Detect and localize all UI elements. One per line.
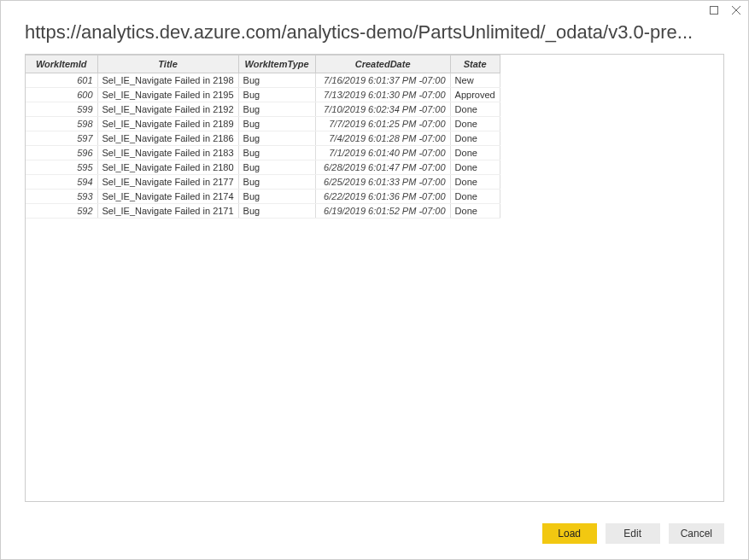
cell-state: Done <box>450 160 500 175</box>
cell-state: Done <box>450 102 500 117</box>
dialog-title-url: https://analytics.dev.azure.com/analytic… <box>1 20 748 54</box>
cell-workitemtype: Bug <box>238 190 315 204</box>
cell-createddate: 6/25/2019 6:01:33 PM -07:00 <box>315 175 450 190</box>
cell-workitemid: 592 <box>26 204 97 219</box>
edit-button[interactable]: Edit <box>606 523 660 544</box>
table-row[interactable]: 594Sel_IE_Navigate Failed in 2177Bug6/25… <box>26 175 500 190</box>
maximize-icon[interactable] <box>709 5 719 15</box>
data-preview-panel: WorkItemId Title WorkItemType CreatedDat… <box>25 54 724 502</box>
cancel-button[interactable]: Cancel <box>669 523 724 544</box>
cell-workitemtype: Bug <box>238 204 315 219</box>
column-header-createddate[interactable]: CreatedDate <box>315 55 450 73</box>
cell-workitemtype: Bug <box>238 160 315 175</box>
table-row[interactable]: 598Sel_IE_Navigate Failed in 2189Bug7/7/… <box>26 117 500 131</box>
cell-state: New <box>450 73 500 88</box>
table-row[interactable]: 596Sel_IE_Navigate Failed in 2183Bug7/1/… <box>26 146 500 160</box>
cell-createddate: 7/1/2019 6:01:40 PM -07:00 <box>315 146 450 160</box>
table-row[interactable]: 595Sel_IE_Navigate Failed in 2180Bug6/28… <box>26 160 500 175</box>
cell-title: Sel_IE_Navigate Failed in 2186 <box>97 131 238 146</box>
close-icon[interactable] <box>731 5 741 15</box>
dialog-footer: Load Edit Cancel <box>1 511 748 559</box>
cell-state: Done <box>450 175 500 190</box>
cell-state: Done <box>450 131 500 146</box>
cell-state: Done <box>450 204 500 219</box>
cell-state: Done <box>450 190 500 204</box>
cell-state: Done <box>450 146 500 160</box>
cell-state: Done <box>450 117 500 131</box>
cell-createddate: 7/16/2019 6:01:37 PM -07:00 <box>315 73 450 88</box>
cell-workitemtype: Bug <box>238 102 315 117</box>
cell-workitemid: 593 <box>26 190 97 204</box>
column-header-workitemid[interactable]: WorkItemId <box>26 55 97 73</box>
table-row[interactable]: 593Sel_IE_Navigate Failed in 2174Bug6/22… <box>26 190 500 204</box>
cell-title: Sel_IE_Navigate Failed in 2174 <box>97 190 238 204</box>
cell-title: Sel_IE_Navigate Failed in 2180 <box>97 160 238 175</box>
data-table: WorkItemId Title WorkItemType CreatedDat… <box>26 55 500 219</box>
table-row[interactable]: 592Sel_IE_Navigate Failed in 2171Bug6/19… <box>26 204 500 219</box>
table-header-row: WorkItemId Title WorkItemType CreatedDat… <box>26 55 500 73</box>
cell-workitemid: 595 <box>26 160 97 175</box>
cell-workitemid: 598 <box>26 117 97 131</box>
table-row[interactable]: 600Sel_IE_Navigate Failed in 2195Bug7/13… <box>26 88 500 102</box>
cell-workitemid: 597 <box>26 131 97 146</box>
cell-title: Sel_IE_Navigate Failed in 2171 <box>97 204 238 219</box>
column-header-state[interactable]: State <box>450 55 500 73</box>
svg-rect-0 <box>711 7 718 15</box>
load-button[interactable]: Load <box>542 523 597 544</box>
cell-workitemid: 599 <box>26 102 97 117</box>
cell-createddate: 6/28/2019 6:01:47 PM -07:00 <box>315 160 450 175</box>
column-header-title[interactable]: Title <box>97 55 238 73</box>
table-row[interactable]: 599Sel_IE_Navigate Failed in 2192Bug7/10… <box>26 102 500 117</box>
cell-createddate: 7/10/2019 6:02:34 PM -07:00 <box>315 102 450 117</box>
cell-title: Sel_IE_Navigate Failed in 2183 <box>97 146 238 160</box>
cell-createddate: 7/4/2019 6:01:28 PM -07:00 <box>315 131 450 146</box>
cell-createddate: 7/7/2019 6:01:25 PM -07:00 <box>315 117 450 131</box>
cell-workitemtype: Bug <box>238 73 315 88</box>
cell-workitemid: 596 <box>26 146 97 160</box>
cell-title: Sel_IE_Navigate Failed in 2177 <box>97 175 238 190</box>
cell-workitemtype: Bug <box>238 146 315 160</box>
cell-workitemtype: Bug <box>238 88 315 102</box>
cell-workitemtype: Bug <box>238 131 315 146</box>
cell-title: Sel_IE_Navigate Failed in 2189 <box>97 117 238 131</box>
cell-state: Approved <box>450 88 500 102</box>
cell-title: Sel_IE_Navigate Failed in 2195 <box>97 88 238 102</box>
cell-workitemid: 601 <box>26 73 97 88</box>
cell-createddate: 6/22/2019 6:01:36 PM -07:00 <box>315 190 450 204</box>
table-row[interactable]: 601Sel_IE_Navigate Failed in 2198Bug7/16… <box>26 73 500 88</box>
cell-workitemid: 600 <box>26 88 97 102</box>
column-header-workitemtype[interactable]: WorkItemType <box>238 55 315 73</box>
cell-createddate: 6/19/2019 6:01:52 PM -07:00 <box>315 204 450 219</box>
titlebar <box>1 1 748 20</box>
cell-title: Sel_IE_Navigate Failed in 2192 <box>97 102 238 117</box>
table-row[interactable]: 597Sel_IE_Navigate Failed in 2186Bug7/4/… <box>26 131 500 146</box>
cell-title: Sel_IE_Navigate Failed in 2198 <box>97 73 238 88</box>
cell-workitemtype: Bug <box>238 117 315 131</box>
cell-workitemtype: Bug <box>238 175 315 190</box>
cell-workitemid: 594 <box>26 175 97 190</box>
cell-createddate: 7/13/2019 6:01:30 PM -07:00 <box>315 88 450 102</box>
